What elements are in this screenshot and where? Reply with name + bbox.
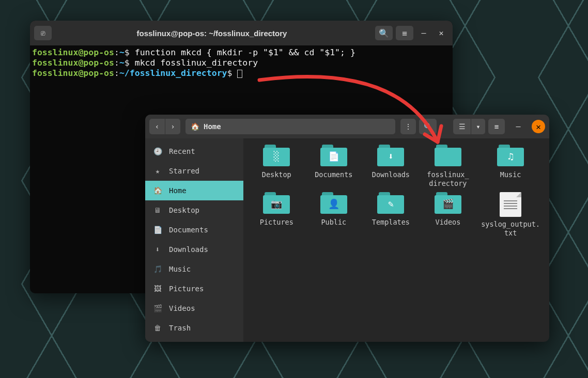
folder-icon: ⬇ (377, 145, 404, 167)
sidebar-item-pictures[interactable]: 🖼Pictures (145, 279, 243, 298)
item-label: Documents (315, 170, 352, 179)
files-sidebar: 🕘Recent★Starred🏠Home🖥Desktop📄Documents⬇D… (145, 138, 243, 342)
folder-icon: 👤 (320, 192, 347, 215)
sidebar-item-videos[interactable]: 🎬Videos (145, 298, 243, 318)
folder-item[interactable]: 🎬Videos (424, 192, 472, 238)
nav-back-button[interactable]: ‹ (149, 119, 165, 134)
files-minimize-button[interactable]: — (511, 119, 525, 134)
files-close-button[interactable]: ✕ (532, 120, 545, 133)
sidebar-icon: ⬇ (153, 245, 162, 254)
location-label: Home (204, 122, 221, 131)
sidebar-icon: ★ (153, 167, 162, 175)
folder-item[interactable]: fosslinux_directory (424, 145, 472, 188)
sidebar-icon: 📄 (153, 226, 162, 234)
minimize-button[interactable]: — (416, 26, 431, 40)
sidebar-item-label: Home (169, 186, 187, 195)
sidebar-item-label: Trash (169, 324, 191, 332)
files-menu-button[interactable]: ≡ (488, 119, 505, 134)
sidebar-icon: 🗑 (153, 324, 162, 332)
sidebar-item-label: Desktop (169, 206, 199, 214)
home-icon: 🏠 (191, 122, 199, 131)
sidebar-item-downloads[interactable]: ⬇Downloads (145, 240, 243, 259)
files-grid: ░Desktop📄Documents⬇Downloadsfosslinux_di… (243, 138, 549, 342)
sidebar-icon: 🏠 (153, 186, 162, 195)
folder-icon: ✎ (377, 192, 404, 215)
folder-item[interactable]: ⬇Downloads (367, 145, 415, 188)
sidebar-item-label: Recent (169, 147, 195, 155)
folder-item[interactable]: 👤Public (310, 192, 358, 238)
sidebar-item-label: Music (169, 265, 191, 273)
terminal-line: fosslinux@pop-os:~$ mkcd fosslinux_direc… (32, 58, 451, 68)
file-icon (500, 192, 521, 217)
item-label: Templates (372, 218, 410, 227)
nav-forward-button[interactable]: › (165, 119, 180, 134)
item-label: Videos (436, 218, 461, 227)
terminal-title: fosslinux@pop-os: ~/fosslinux_directory (52, 29, 372, 38)
sidebar-item-music[interactable]: 🎵Music (145, 259, 243, 279)
sidebar-item-label: Documents (169, 226, 208, 234)
sidebar-item-label: Pictures (169, 285, 204, 293)
folder-item[interactable]: 📄Documents (310, 145, 358, 188)
item-label: syslog_output.txt (481, 220, 540, 238)
sidebar-item-documents[interactable]: 📄Documents (145, 220, 243, 240)
sidebar-item-trash[interactable]: 🗑Trash (145, 318, 243, 338)
folder-icon: 🎬 (435, 192, 461, 215)
folder-item[interactable]: ░Desktop (253, 145, 301, 188)
item-label: Pictures (260, 218, 293, 227)
folder-item[interactable]: ✎Templates (367, 192, 415, 238)
terminal-search-button[interactable]: 🔍 (375, 26, 393, 40)
item-label: Desktop (262, 170, 291, 179)
files-titlebar: ‹ › 🏠 Home ⋮ 🔍 ☰ ▾ ≡ — ✕ (145, 115, 549, 138)
item-label: Music (500, 170, 521, 179)
sidebar-icon: 🖼 (153, 285, 162, 293)
sidebar-item-label: Starred (169, 167, 199, 175)
path-more-button[interactable]: ⋮ (400, 119, 416, 134)
folder-icon: ░ (263, 145, 290, 167)
folder-icon: ♫ (497, 145, 524, 167)
close-button[interactable]: ✕ (434, 26, 448, 40)
folder-item[interactable]: ♫Music (481, 145, 540, 188)
folder-icon: 📄 (320, 145, 347, 167)
location-bar[interactable]: 🏠 Home (185, 119, 395, 134)
sidebar-item-starred[interactable]: ★Starred (145, 161, 243, 181)
file-item[interactable]: syslog_output.txt (481, 192, 540, 238)
sidebar-icon: 🎬 (153, 304, 162, 312)
terminal-menu-button[interactable]: ≡ (396, 26, 413, 40)
sidebar-item-home[interactable]: 🏠Home (145, 181, 243, 200)
sidebar-item-label: Downloads (169, 245, 208, 254)
files-search-button[interactable]: 🔍 (419, 119, 437, 134)
files-window: ‹ › 🏠 Home ⋮ 🔍 ☰ ▾ ≡ — ✕ 🕘Recent★Starred… (145, 115, 549, 342)
folder-icon: 📷 (263, 192, 290, 215)
folder-icon (435, 145, 461, 167)
view-list-button[interactable]: ☰ (453, 119, 471, 134)
sidebar-icon: 🎵 (153, 265, 162, 273)
item-label: fosslinux_directory (427, 170, 469, 188)
terminal-line: fosslinux@pop-os:~/fosslinux_directory$ (32, 68, 451, 78)
item-label: Downloads (372, 170, 410, 179)
terminal-body[interactable]: fosslinux@pop-os:~$ function mkcd { mkdi… (30, 45, 453, 81)
terminal-titlebar: ⎚ fosslinux@pop-os: ~/fosslinux_director… (30, 21, 453, 45)
item-label: Public (321, 218, 346, 227)
sidebar-item-label: Videos (169, 304, 195, 312)
sidebar-item-desktop[interactable]: 🖥Desktop (145, 200, 243, 220)
sidebar-icon: 🖥 (153, 206, 162, 214)
sidebar-item-recent[interactable]: 🕘Recent (145, 141, 243, 161)
terminal-line: fosslinux@pop-os:~$ function mkcd { mkdi… (32, 48, 451, 58)
folder-item[interactable]: 📷Pictures (253, 192, 301, 238)
new-tab-button[interactable]: ⎚ (34, 26, 52, 40)
view-dropdown-button[interactable]: ▾ (471, 119, 485, 134)
sidebar-icon: 🕘 (153, 147, 162, 155)
